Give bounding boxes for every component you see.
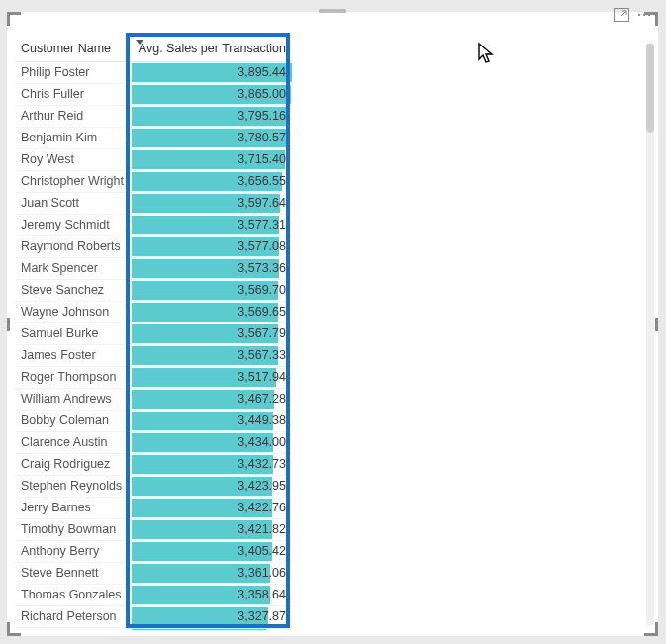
customer-name-cell: Bobby Coleman	[15, 411, 132, 432]
avg-sales-cell: 3,361.06	[132, 563, 292, 585]
table-row[interactable]: Roy West3,715.40	[15, 149, 292, 171]
customer-name-cell: Mark Spencer	[15, 258, 132, 280]
table-row[interactable]: Arthur Reid3,795.16	[15, 106, 292, 128]
avg-sales-cell: 3,795.16	[132, 106, 292, 128]
table-row[interactable]: Bobby Coleman3,449.38	[15, 411, 292, 432]
data-bar	[132, 629, 266, 630]
avg-sales-cell: 3,422.76	[132, 498, 292, 519]
avg-sales-value: 3,865.00	[238, 87, 286, 101]
customer-name-cell: Jerry Barnes	[15, 498, 132, 519]
data-table: Customer Name Avg. Sales per Transaction…	[15, 38, 292, 630]
avg-sales-value: 3,567.79	[238, 326, 286, 340]
customer-name-cell: Clarence Austin	[15, 432, 132, 454]
resize-handle-tl[interactable]	[7, 12, 21, 26]
table-row[interactable]: Thomas Gonzales3,358.64	[15, 585, 292, 606]
avg-sales-cell: 3,567.33	[132, 345, 292, 367]
table-wrap: Customer Name Avg. Sales per Transaction…	[15, 38, 650, 630]
avg-sales-cell: 3,567.79	[132, 323, 292, 345]
avg-sales-value: 3,467.28	[238, 392, 286, 406]
table-row[interactable]: Juan Scott3,597.64	[15, 193, 292, 215]
avg-sales-cell: 3,656.55	[132, 171, 292, 193]
avg-sales-value: 3,597.64	[238, 196, 286, 210]
table-row[interactable]: Craig Rodriguez3,432.73	[15, 454, 292, 476]
customer-name-cell: Richard Peterson	[15, 606, 132, 628]
mouse-cursor-icon	[477, 42, 497, 65]
avg-sales-value: 3,423.95	[238, 479, 286, 493]
avg-sales-cell: 3,865.00	[132, 84, 292, 106]
table-row[interactable]: Martin Berry3,278.08	[15, 628, 292, 631]
table-row[interactable]: Chris Fuller3,865.00	[15, 84, 292, 106]
table-row[interactable]: Philip Foster3,895.44	[15, 62, 292, 84]
table-visual[interactable]: ··· Customer Name Avg. Sales per Transac…	[7, 12, 658, 636]
table-row[interactable]: Samuel Burke3,567.79	[15, 323, 292, 345]
customer-name-cell: Timothy Bowman	[15, 519, 132, 541]
table-row[interactable]: James Foster3,567.33	[15, 345, 292, 367]
customer-name-cell: Craig Rodriguez	[15, 454, 132, 476]
table-row[interactable]: Jerry Barnes3,422.76	[15, 498, 292, 519]
avg-sales-value: 3,567.33	[238, 348, 286, 362]
customer-name-cell: Wayne Johnson	[15, 302, 132, 323]
avg-sales-cell: 3,577.31	[132, 215, 292, 236]
sort-desc-icon	[136, 40, 143, 45]
customer-name-cell: Stephen Reynolds	[15, 476, 132, 498]
table-row[interactable]: Raymond Roberts3,577.08	[15, 236, 292, 258]
avg-sales-value: 3,656.55	[238, 174, 286, 188]
table-row[interactable]: William Andrews3,467.28	[15, 389, 292, 411]
avg-sales-value: 3,795.16	[238, 109, 286, 123]
avg-sales-cell: 3,432.73	[132, 454, 292, 476]
avg-sales-cell: 3,405.42	[132, 541, 292, 563]
table-row[interactable]: Anthony Berry3,405.42	[15, 541, 292, 563]
avg-sales-cell: 3,569.70	[132, 280, 292, 302]
avg-sales-value: 3,432.73	[238, 457, 286, 471]
avg-sales-cell: 3,327.87	[132, 606, 292, 628]
customer-name-cell: Chris Fuller	[15, 84, 132, 106]
table-row[interactable]: Stephen Reynolds3,423.95	[15, 476, 292, 498]
customer-name-cell: James Foster	[15, 345, 132, 367]
avg-sales-value: 3,327.87	[238, 609, 286, 623]
table-row[interactable]: Christopher Wright3,656.55	[15, 171, 292, 193]
table-row[interactable]: Wayne Johnson3,569.65	[15, 302, 292, 323]
customer-name-cell: Martin Berry	[15, 628, 132, 631]
avg-sales-value: 3,577.31	[238, 218, 286, 231]
table-row[interactable]: Benjamin Kim3,780.57	[15, 128, 292, 149]
avg-sales-value: 3,517.94	[238, 370, 286, 384]
visual-toolbar: ···	[614, 8, 652, 24]
col-header-customer[interactable]: Customer Name	[15, 38, 132, 62]
table-row[interactable]: Clarence Austin3,434.00	[15, 432, 292, 454]
customer-name-cell: Steve Sanchez	[15, 280, 132, 302]
avg-sales-value: 3,361.06	[238, 566, 286, 580]
customer-name-cell: Raymond Roberts	[15, 236, 132, 258]
avg-sales-value: 3,405.42	[238, 544, 286, 558]
avg-sales-cell: 3,423.95	[132, 476, 292, 498]
avg-sales-value: 3,422.76	[238, 501, 286, 514]
drag-grip-icon[interactable]	[319, 9, 346, 13]
customer-name-cell: Jeremy Schmidt	[15, 215, 132, 236]
customer-name-cell: Juan Scott	[15, 193, 132, 215]
table-row[interactable]: Timothy Bowman3,421.82	[15, 519, 292, 541]
avg-sales-cell: 3,895.44	[132, 62, 292, 84]
avg-sales-value: 3,449.38	[238, 414, 286, 427]
avg-sales-value: 3,358.64	[238, 588, 286, 601]
avg-sales-value: 3,895.44	[238, 65, 286, 79]
table-row[interactable]: Jeremy Schmidt3,577.31	[15, 215, 292, 236]
table-row[interactable]: Mark Spencer3,573.36	[15, 258, 292, 280]
avg-sales-cell: 3,577.08	[132, 236, 292, 258]
vertical-scrollbar[interactable]	[646, 42, 654, 626]
table-row[interactable]: Steve Sanchez3,569.70	[15, 280, 292, 302]
col-header-avg-sales-label: Avg. Sales per Transaction	[139, 42, 286, 55]
more-options-icon[interactable]: ···	[637, 8, 652, 24]
focus-mode-icon[interactable]	[614, 8, 629, 24]
customer-name-cell: Anthony Berry	[15, 541, 132, 563]
avg-sales-value: 3,434.00	[238, 435, 286, 449]
customer-name-cell: Arthur Reid	[15, 106, 132, 128]
table-row[interactable]: Richard Peterson3,327.87	[15, 606, 292, 628]
customer-name-cell: Philip Foster	[15, 62, 132, 84]
scrollbar-thumb[interactable]	[646, 44, 654, 133]
avg-sales-cell: 3,278.08	[132, 628, 292, 631]
table-row[interactable]: Roger Thompson3,517.94	[15, 367, 292, 389]
avg-sales-value: 3,421.82	[238, 522, 286, 536]
avg-sales-cell: 3,358.64	[132, 585, 292, 606]
avg-sales-value: 3,569.70	[238, 283, 286, 297]
table-row[interactable]: Steve Bennett3,361.06	[15, 563, 292, 585]
col-header-avg-sales[interactable]: Avg. Sales per Transaction	[132, 38, 292, 62]
